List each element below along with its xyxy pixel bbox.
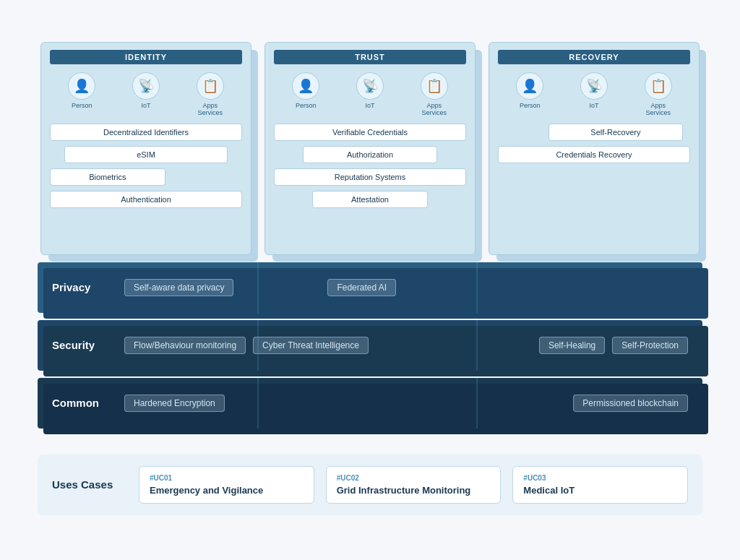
uc-title-2: Medical IoT (523, 485, 677, 496)
uc-title-0: Emergency and Vigilance (150, 485, 304, 496)
icon-apps-trust: 📋 AppsServices (421, 72, 448, 118)
card-recovery: RECOVERY 👤 Person 📡 IoT 📋 AppsServices (489, 42, 700, 255)
uc-title-1: Grid Infrastructure Monitoring (337, 485, 491, 496)
use-cases-cards: #UC01 Emergency and Vigilance #UC02 Grid… (139, 466, 688, 504)
icon-person-recovery: 👤 Person (516, 72, 543, 118)
security-pills: Flow/Behaviour monitoring Cyber Threat I… (124, 337, 688, 354)
iot-icon-recovery: 📡 (580, 72, 608, 100)
uc-card-2: #UC03 Medical IoT (512, 466, 688, 504)
main-container: Privacy Self-aware data privacy Federate… (23, 9, 717, 551)
apps-label: AppsServices (197, 102, 223, 118)
identity-box-2: Biometrics (50, 168, 165, 186)
uc-tag-0: #UC01 (150, 474, 304, 482)
apps-label-recovery: AppsServices (645, 102, 671, 118)
person-icon-recovery: 👤 (516, 72, 543, 100)
apps-label-trust: AppsServices (421, 102, 447, 118)
person-label-trust: Person (296, 102, 317, 110)
security-pill-2: Self-Healing (539, 337, 605, 354)
icon-person-identity: 👤 Person (68, 72, 95, 118)
cards-area: IDENTITY 👤 Person 📡 IoT 📋 AppsServices (38, 42, 702, 255)
uc-card-0: #UC01 Emergency and Vigilance (139, 466, 314, 504)
card-identity: IDENTITY 👤 Person 📡 IoT 📋 AppsServices (40, 42, 251, 255)
common-pills: Hardened Encryption Permissioned blockch… (124, 395, 688, 412)
person-icon-trust: 👤 (292, 72, 319, 100)
common-pill-0: Hardened Encryption (124, 395, 225, 412)
layer-privacy: Privacy Self-aware data privacy Federate… (38, 262, 702, 313)
iot-icon: 📡 (132, 72, 160, 100)
icon-person-trust: 👤 Person (292, 72, 319, 118)
card-trust: TRUST 👤 Person 📡 IoT 📋 AppsServices (264, 42, 476, 255)
uc-tag-1: #UC02 (337, 474, 491, 482)
recovery-box-1: Credentials Recovery (498, 146, 690, 163)
use-cases-label: Uses Cases (52, 478, 124, 491)
iot-label-recovery: IoT (589, 102, 598, 110)
apps-icon-recovery: 📋 (645, 72, 672, 100)
recovery-box-0: Self-Recovery (548, 124, 683, 141)
trust-box-1: Authorization (303, 146, 437, 163)
common-pill-1: Permissioned blockchain (573, 395, 688, 412)
icon-iot-identity: 📡 IoT (132, 72, 160, 118)
trust-box-3: Attestation (312, 191, 428, 208)
identity-box-0: Decentralized Identifiers (50, 124, 242, 141)
trust-box-0: Verifiable Credentials (274, 124, 466, 141)
privacy-pill-0: Self-aware data privacy (124, 279, 233, 296)
identity-box-1: eSIM (64, 146, 228, 163)
person-label: Person (72, 102, 92, 110)
uc-card-1: #UC02 Grid Infrastructure Monitoring (326, 466, 502, 504)
security-label: Security (52, 339, 110, 351)
uc-tag-2: #UC03 (523, 474, 677, 482)
layer-common: Common Hardened Encryption Permissioned … (38, 378, 702, 428)
icon-iot-recovery: 📡 IoT (580, 72, 608, 118)
privacy-label: Privacy (52, 281, 110, 293)
security-pill-1: Cyber Threat Intelligence (253, 337, 369, 354)
apps-icon-trust: 📋 (421, 72, 448, 100)
card-recovery-title: RECOVERY (498, 50, 690, 64)
privacy-pills: Self-aware data privacy Federated AI (124, 279, 688, 296)
privacy-pill-1: Federated AI (327, 279, 396, 296)
card-trust-title: TRUST (274, 50, 466, 64)
card-trust-icons: 👤 Person 📡 IoT 📋 AppsServices (274, 72, 466, 118)
card-recovery-icons: 👤 Person 📡 IoT 📋 AppsServices (498, 72, 690, 118)
layers-area: Privacy Self-aware data privacy Federate… (38, 24, 702, 428)
layer-security: Security Flow/Behaviour monitoring Cyber… (38, 320, 702, 371)
security-pill-0: Flow/Behaviour monitoring (124, 337, 246, 354)
card-identity-icons: 👤 Person 📡 IoT 📋 AppsServices (50, 72, 242, 118)
common-label: Common (52, 397, 110, 409)
icon-apps-recovery: 📋 AppsServices (645, 72, 672, 118)
identity-box-3: Authentication (50, 191, 242, 208)
person-icon: 👤 (68, 72, 95, 100)
card-identity-title: IDENTITY (50, 50, 242, 64)
iot-icon-trust: 📡 (356, 72, 384, 100)
icon-apps-identity: 📋 AppsServices (197, 72, 224, 118)
iot-label: IoT (141, 102, 150, 110)
use-cases-area: Uses Cases #UC01 Emergency and Vigilance… (38, 455, 702, 515)
apps-icon: 📋 (197, 72, 224, 100)
person-label-recovery: Person (520, 102, 541, 110)
security-pill-3: Self-Protection (612, 337, 688, 354)
trust-box-2: Reputation Systems (274, 168, 466, 186)
icon-iot-trust: 📡 IoT (356, 72, 384, 118)
iot-label-trust: IoT (365, 102, 374, 110)
